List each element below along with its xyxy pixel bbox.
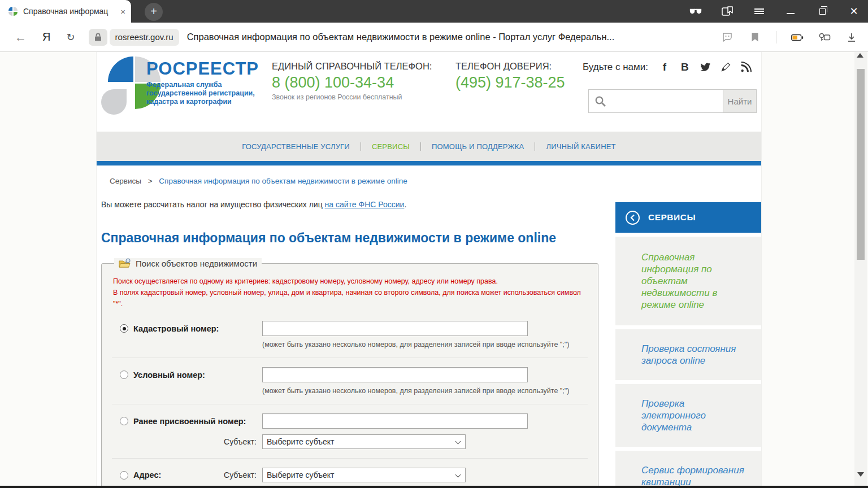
toolbar-divider (776, 31, 776, 43)
search-input[interactable] (589, 90, 723, 112)
trust-phone-block: ТЕЛЕФОН ДОВЕРИЯ: (495) 917-38-25 (455, 61, 565, 91)
menu-icon[interactable] (753, 5, 765, 18)
conditional-input[interactable] (262, 367, 528, 382)
address-subject-label: Субъект: (224, 470, 257, 480)
hotline-label: ЕДИНЫЙ СПРАВОЧНЫЙ ТЕЛЕФОН: (272, 61, 432, 72)
pencil-icon[interactable] (719, 61, 732, 73)
accent-bar (97, 161, 761, 165)
nav-item-cabinet[interactable]: ЛИЧНЫЙ КАБИНЕТ (535, 142, 626, 151)
maximize-icon[interactable] (816, 5, 828, 18)
previous-number-radio[interactable] (120, 417, 128, 425)
site-header: РОСРЕЕСТР Федеральная служба государстве… (97, 52, 761, 132)
breadcrumb-separator: > (148, 177, 153, 185)
main-nav: ГОСУДАРСТВЕННЫЕ УСЛУГИ СЕРВИСЫ ПОМОЩЬ И … (97, 132, 761, 161)
back-arrow-icon[interactable]: ← (15, 30, 27, 44)
sidebar-item-receipt-service[interactable]: Сервис формирования квитанции (615, 451, 762, 486)
folder-search-icon (119, 258, 132, 269)
subject-select[interactable]: Выберите субъект (262, 434, 466, 449)
facebook-icon[interactable]: f (658, 61, 671, 73)
rosreestr-favicon-icon (8, 6, 18, 16)
conditional-label: Условный номер: (133, 371, 205, 380)
yandex-icon[interactable]: Я (42, 30, 50, 43)
cadastral-hint: (может быть указано несколько номеров, д… (262, 341, 588, 348)
address-subject-select-value: Выберите субъект (267, 470, 335, 480)
hotline-number: 8 (800) 100-34-34 (272, 74, 432, 91)
address-label: Адрес: (133, 470, 161, 480)
logo-subtitle-line1: Федеральная служба (146, 81, 259, 89)
rss-icon[interactable] (740, 61, 752, 73)
site-search: Найти (588, 89, 757, 113)
address-subject-select[interactable]: Выберите субъект (262, 468, 466, 482)
vk-icon[interactable]: В (679, 61, 691, 73)
cadastral-radio[interactable] (120, 324, 128, 333)
object-search-form: Поиск объектов недвижимости Поиск осущес… (101, 258, 598, 486)
sidebar-item-request-status[interactable]: Проверка состояния запроса online (615, 329, 762, 380)
passwords-icon[interactable] (818, 31, 831, 43)
twitter-icon[interactable] (699, 61, 711, 73)
new-tab-button[interactable]: + (145, 3, 163, 21)
scrollbar-thumb[interactable] (857, 69, 865, 260)
form-warnings: Поиск осуществляется по одному из критер… (113, 276, 588, 310)
cadastral-input[interactable] (262, 321, 528, 336)
nav-item-servisy[interactable]: СЕРВИСЫ (361, 142, 420, 151)
address-bar-page-title: Справочная информация по объектам недвиж… (187, 32, 615, 42)
subject-select-value: Выберите субъект (267, 437, 335, 446)
services-sidebar: СЕРВИСЫ Справочная информация по объекта… (615, 202, 762, 486)
taskbar-edge (0, 486, 868, 488)
nav-item-gosuslugi[interactable]: ГОСУДАРСТВЕННЫЕ УСЛУГИ (231, 142, 361, 151)
chevron-down-icon (455, 439, 461, 445)
battery-icon[interactable] (791, 31, 804, 43)
sidebar-header[interactable]: СЕРВИСЫ (615, 202, 762, 233)
social-block: Будьте с нами: f В (583, 61, 752, 73)
page-scrollbar (854, 52, 867, 486)
sidebar-item-document-check[interactable]: Проверка электронного документа (615, 384, 762, 447)
social-label: Будьте с нами: (583, 62, 648, 73)
logo-subtitle-line3: кадастра и картографии (146, 98, 259, 106)
subject-label: Субъект: (224, 437, 257, 446)
minimize-icon[interactable] (784, 5, 797, 18)
bookmark-icon[interactable] (749, 31, 761, 43)
previous-number-input[interactable] (262, 413, 528, 429)
lock-icon[interactable] (89, 29, 107, 46)
chevron-down-icon (455, 472, 461, 478)
side-panel-icon[interactable] (721, 5, 734, 18)
form-legend: Поиск объектов недвижимости (114, 258, 262, 269)
search-submit-button[interactable]: Найти (723, 90, 756, 112)
sidebar-item-reference-info[interactable]: Справочная информация по объектам недвиж… (615, 237, 762, 325)
breadcrumb-current[interactable]: Справочная информация по объектам недвиж… (159, 177, 407, 185)
form-row-previous: Ранее присвоенный номер: Субъект: Выбери… (112, 404, 588, 458)
logo-text[interactable]: РОСРЕЕСТР Федеральная служба государстве… (146, 59, 259, 106)
nav-item-help[interactable]: ПОМОЩЬ И ПОДДЕРЖКА (421, 142, 535, 151)
download-icon[interactable] (845, 31, 858, 43)
chevron-left-circle-icon (625, 210, 640, 225)
hotline-note: Звонок из регионов России бесплатный (272, 93, 432, 101)
form-legend-text: Поиск объектов недвижимости (136, 259, 257, 268)
conditional-hint: (может быть указано несколько номеров, д… (262, 387, 588, 395)
url-text[interactable]: rosreestr.gov.ru (110, 29, 179, 46)
scroll-up-icon[interactable] (857, 53, 863, 58)
conditional-radio[interactable] (120, 371, 128, 379)
breadcrumb: Сервисы > Справочная информация по объек… (97, 165, 761, 185)
protect-icon[interactable] (722, 31, 734, 43)
address-radio[interactable] (120, 471, 128, 480)
breadcrumb-root[interactable]: Сервисы (110, 177, 141, 185)
form-warning-2: В полях кадастровый номер, условный номе… (113, 287, 588, 310)
fns-link[interactable]: на сайте ФНС России (325, 200, 405, 209)
site-page: РОСРЕЕСТР Федеральная служба государстве… (96, 52, 762, 486)
scroll-down-icon[interactable] (857, 472, 864, 477)
fns-note-text: Вы можете рассчитать налог на имущество … (101, 200, 323, 209)
trust-label: ТЕЛЕФОН ДОВЕРИЯ: (455, 61, 565, 72)
logo-title: РОСРЕЕСТР (146, 59, 259, 79)
browser-topbar: Справочная информац × + ✕ (0, 0, 868, 23)
close-icon[interactable]: ✕ (848, 5, 860, 18)
form-row-cadastral: Кадастровый номер: (может быть указано н… (112, 312, 588, 358)
glasses-icon[interactable] (689, 5, 702, 18)
page-viewport: РОСРЕЕСТР Федеральная служба государстве… (0, 52, 868, 488)
previous-number-label: Ранее присвоенный номер: (133, 417, 246, 426)
browser-tab[interactable]: Справочная информац × (0, 0, 131, 23)
reload-icon[interactable]: ↻ (66, 31, 75, 43)
tab-close-icon[interactable]: × (120, 7, 125, 16)
search-icon (594, 95, 607, 108)
sidebar-header-label: СЕРВИСЫ (648, 212, 696, 223)
trust-number: (495) 917-38-25 (455, 74, 565, 91)
